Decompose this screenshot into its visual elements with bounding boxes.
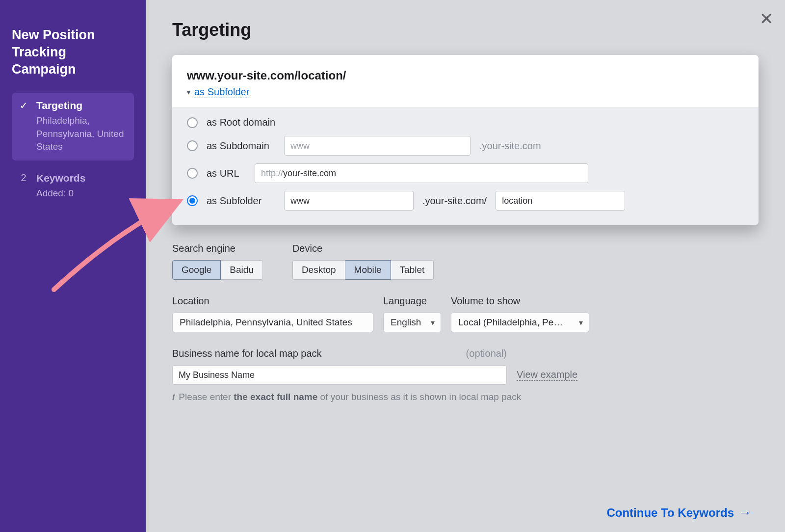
device-label: Device bbox=[292, 243, 434, 254]
volume-select[interactable]: Local (Philadelphia, Pe… bbox=[451, 313, 589, 332]
domain-card: www.your-site.com/location/ ▾ as Subfold… bbox=[172, 55, 759, 225]
domain-options: as Root domain as Subdomain .your-site.c… bbox=[172, 107, 759, 225]
option-label: as Subdomain bbox=[207, 140, 275, 152]
step-sub: Added: 0 bbox=[36, 187, 128, 200]
seg-baidu[interactable]: Baidu bbox=[221, 260, 263, 280]
close-icon[interactable]: ✕ bbox=[756, 5, 777, 32]
option-subfolder[interactable]: as Subfolder .your-site.com/ bbox=[187, 191, 744, 211]
url-prefix: http:// bbox=[261, 168, 283, 179]
sidebar-step-keywords[interactable]: 2 Keywords Added: 0 bbox=[12, 165, 134, 207]
continue-button[interactable]: Continue To Keywords → bbox=[606, 505, 752, 520]
seg-google[interactable]: Google bbox=[172, 260, 221, 280]
business-hint: i Please enter the exact full name of yo… bbox=[172, 392, 759, 402]
option-url[interactable]: as URL http://your-site.com bbox=[187, 163, 744, 183]
sidebar-step-targeting[interactable]: ✓ Targeting Philadelphia, Pennsylvania, … bbox=[12, 93, 134, 160]
url-input[interactable]: http://your-site.com bbox=[255, 163, 588, 183]
step-sub: Philadelphia, Pennsylvania, United State… bbox=[36, 114, 128, 154]
location-label: Location bbox=[172, 295, 373, 307]
radio-icon[interactable] bbox=[187, 168, 198, 179]
chevron-down-icon: ▾ bbox=[187, 88, 190, 96]
subdomain-input[interactable] bbox=[284, 136, 471, 156]
main-panel: ✕ Targeting www.your-site.com/location/ … bbox=[146, 0, 785, 532]
step-number: 2 bbox=[18, 172, 29, 200]
option-label: as Root domain bbox=[207, 117, 275, 128]
check-icon: ✓ bbox=[18, 100, 29, 154]
search-engine-group: Google Baidu bbox=[172, 260, 263, 280]
device-group: Desktop Mobile Tablet bbox=[292, 260, 434, 280]
option-label: as Subfolder bbox=[207, 195, 275, 207]
sidebar: New Position Tracking Campaign ✓ Targeti… bbox=[0, 0, 146, 532]
domain-type-toggle[interactable]: ▾ as Subfolder bbox=[187, 86, 249, 98]
seg-tablet[interactable]: Tablet bbox=[391, 260, 434, 280]
option-root-domain[interactable]: as Root domain bbox=[187, 117, 744, 128]
business-name-input[interactable] bbox=[172, 365, 507, 385]
domain-type-link: as Subfolder bbox=[194, 86, 249, 98]
sidebar-title: New Position Tracking Campaign bbox=[12, 27, 134, 78]
radio-icon[interactable] bbox=[187, 140, 198, 151]
domain-url: www.your-site.com/location/ bbox=[187, 69, 744, 82]
page-title: Targeting bbox=[172, 20, 759, 40]
business-label: Business name for local map pack bbox=[172, 348, 322, 359]
seg-mobile[interactable]: Mobile bbox=[345, 260, 391, 280]
radio-icon[interactable] bbox=[187, 195, 198, 206]
step-label: Keywords bbox=[36, 172, 128, 184]
option-subdomain[interactable]: as Subdomain .your-site.com bbox=[187, 136, 744, 156]
search-engine-label: Search engine bbox=[172, 243, 263, 254]
subfolder-mid: .your-site.com/ bbox=[422, 195, 487, 207]
volume-label: Volume to show bbox=[451, 295, 589, 307]
arrow-right-icon: → bbox=[739, 505, 752, 520]
seg-desktop[interactable]: Desktop bbox=[292, 260, 345, 280]
language-select[interactable]: English bbox=[383, 313, 441, 332]
option-label: as URL bbox=[207, 168, 246, 179]
subfolder-www-input[interactable] bbox=[284, 191, 414, 211]
business-optional: (optional) bbox=[466, 348, 507, 359]
subfolder-path-input[interactable] bbox=[496, 191, 625, 211]
radio-icon[interactable] bbox=[187, 117, 198, 128]
view-example-link[interactable]: View example bbox=[517, 369, 577, 381]
step-label: Targeting bbox=[36, 100, 128, 111]
language-label: Language bbox=[383, 295, 441, 307]
domain-card-header: www.your-site.com/location/ ▾ as Subfold… bbox=[172, 55, 759, 107]
subdomain-suffix: .your-site.com bbox=[479, 140, 541, 152]
info-icon: i bbox=[172, 392, 175, 402]
location-select[interactable]: Philadelphia, Pennsylvania, United State… bbox=[172, 313, 373, 332]
